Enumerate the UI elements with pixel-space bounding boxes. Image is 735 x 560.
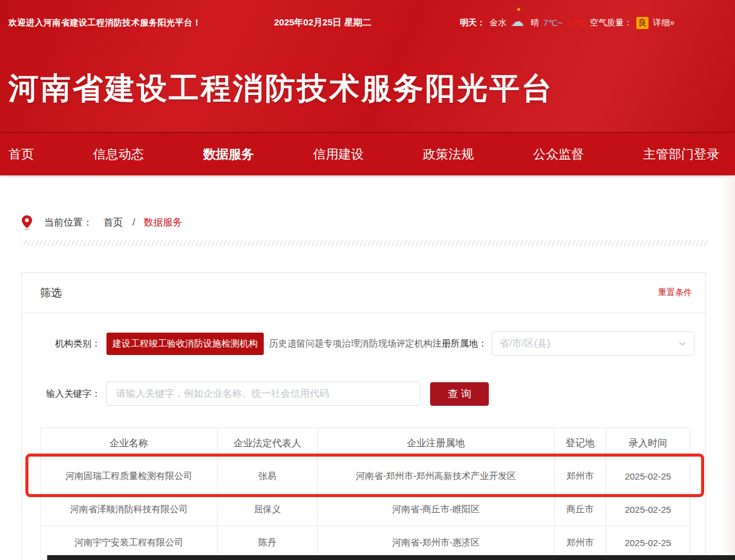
nav-item-6[interactable]: 主管部门登录 bbox=[643, 146, 719, 163]
chevron-down-icon bbox=[678, 339, 687, 348]
weather-condition: 晴 bbox=[531, 18, 539, 28]
category-label: 机构类别： bbox=[40, 338, 100, 350]
column-header-1: 企业法定代表人 bbox=[218, 428, 318, 460]
table-cell: 河南省泽顺消防科技有限公司 bbox=[41, 493, 218, 526]
site-title: 河南省建设工程消防技术服务阳光平台 bbox=[8, 68, 554, 109]
air-quality-label: 空气质量： bbox=[590, 18, 632, 28]
table-header-row: 企业名称企业法定代表人企业注册属地登记地录入时间 bbox=[41, 428, 690, 460]
category-option-unselected[interactable]: 历史遗留问题专项治理消防现场评定机构 bbox=[269, 338, 433, 350]
table-cell: 河南宇宁安装工程有限公司 bbox=[41, 526, 218, 559]
filter-title: 筛选 bbox=[40, 285, 62, 300]
column-header-0: 企业名称 bbox=[41, 428, 218, 460]
bottom-dark-bar bbox=[47, 555, 735, 560]
search-button[interactable]: 查 询 bbox=[430, 382, 489, 406]
sun-icon bbox=[517, 8, 520, 11]
breadcrumb-home-link[interactable]: 首页 bbox=[103, 217, 123, 229]
right-edge-strip bbox=[720, 175, 735, 560]
category-option-selected[interactable]: 建设工程竣工验收消防设施检测机构 bbox=[106, 333, 264, 355]
air-quality-badge: 良 bbox=[636, 17, 648, 29]
table-cell: 河南省-郑州市-惠济区 bbox=[318, 526, 555, 559]
table-cell: 河南固瑞工程质量检测有限公司 bbox=[41, 460, 218, 493]
weather-district: 金水 bbox=[489, 18, 506, 28]
keyword-input[interactable] bbox=[106, 382, 421, 406]
divider-slashes bbox=[22, 240, 708, 246]
table-cell: 2025-02-25 bbox=[606, 460, 690, 493]
table-body: 河南固瑞工程质量检测有限公司张易河南省-郑州市-郑州高新技术产业开发区郑州市20… bbox=[41, 460, 690, 559]
table-row[interactable]: 河南省泽顺消防科技有限公司屈保义河南省-商丘市-睢阳区商丘市2025-02-25 bbox=[41, 493, 690, 526]
site-header: 欢迎进入河南省建设工程消防技术服务阳光平台！ 2025年02月25日 星期二 明… bbox=[0, 0, 735, 175]
main-nav: 首页信息动态数据服务信用建设政策法规公众监督主管部门登录 bbox=[0, 132, 735, 175]
weather-tomorrow-label: 明天： bbox=[460, 18, 485, 28]
table-cell: 河南省-郑州市-郑州高新技术产业开发区 bbox=[318, 460, 555, 493]
keyword-label: 输入关键字： bbox=[40, 388, 100, 400]
region-select[interactable]: 省/市/区(县) bbox=[492, 331, 694, 356]
table-cell: 河南省-商丘市-睢阳区 bbox=[318, 493, 555, 526]
table-row[interactable]: 河南宇宁安装工程有限公司陈丹河南省-郑州市-惠济区郑州市2025-02-25 bbox=[41, 526, 690, 559]
category-filter-row: 机构类别： 建设工程竣工验收消防设施检测机构 历史遗留问题专项治理消防现场评定机… bbox=[40, 331, 689, 356]
nav-item-5[interactable]: 公众监督 bbox=[533, 146, 584, 163]
table-cell: 郑州市 bbox=[555, 460, 606, 493]
table-cell: 张易 bbox=[218, 460, 318, 493]
reset-filters-link[interactable]: 重置条件 bbox=[658, 287, 692, 298]
topbar: 欢迎进入河南省建设工程消防技术服务阳光平台！ 2025年02月25日 星期二 明… bbox=[0, 0, 735, 45]
filter-card-header: 筛选 重置条件 bbox=[22, 273, 705, 313]
nav-item-2[interactable]: 数据服务 bbox=[203, 146, 254, 163]
region-label: 注册所属地： bbox=[433, 338, 487, 350]
table-cell: 2025-02-25 bbox=[606, 493, 690, 526]
nav-item-0[interactable]: 首页 bbox=[8, 146, 34, 163]
table-row[interactable]: 河南固瑞工程质量检测有限公司张易河南省-郑州市-郑州高新技术产业开发区郑州市20… bbox=[41, 460, 690, 493]
column-header-3: 登记地 bbox=[555, 428, 606, 460]
table-cell: 郑州市 bbox=[555, 526, 606, 559]
column-header-4: 录入时间 bbox=[606, 428, 690, 460]
table-cell: 屈保义 bbox=[218, 493, 318, 526]
breadcrumb: 当前位置： 首页 / 数据服务 bbox=[22, 215, 735, 230]
weather-widget: 明天： 金水 ☁ 晴 7℃~ 17℃ 空气质量： 良 详细» bbox=[460, 16, 675, 30]
banner: 河南省建设工程消防技术服务阳光平台 bbox=[0, 45, 735, 132]
welcome-text: 欢迎进入河南省建设工程消防技术服务阳光平台！ bbox=[8, 18, 201, 28]
location-pin-icon bbox=[22, 215, 32, 230]
column-header-2: 企业注册属地 bbox=[318, 428, 555, 460]
breadcrumb-label: 当前位置： bbox=[44, 217, 93, 229]
weather-detail-link[interactable]: 详细» bbox=[653, 18, 675, 28]
table-cell: 2025-02-25 bbox=[606, 526, 690, 559]
table-cell: 陈丹 bbox=[218, 526, 318, 559]
breadcrumb-separator: / bbox=[132, 217, 135, 228]
keyword-filter-row: 输入关键字： 查 询 bbox=[40, 382, 689, 406]
filter-card: 筛选 重置条件 机构类别： 建设工程竣工验收消防设施检测机构 历史遗留问题专项治… bbox=[21, 272, 706, 560]
cloud-icon: ☁ bbox=[511, 16, 526, 30]
region-filter-group: 注册所属地： 省/市/区(县) bbox=[433, 331, 694, 356]
temp-high: 17℃ bbox=[567, 18, 586, 28]
nav-item-3[interactable]: 信用建设 bbox=[313, 146, 364, 163]
results-table: 企业名称企业法定代表人企业注册属地登记地录入时间 河南固瑞工程质量检测有限公司张… bbox=[40, 428, 690, 559]
date-text: 2025年02月25日 星期二 bbox=[274, 17, 371, 28]
nav-item-1[interactable]: 信息动态 bbox=[93, 146, 144, 163]
region-select-placeholder: 省/市/区(县) bbox=[500, 337, 678, 350]
nav-item-4[interactable]: 政策法规 bbox=[423, 146, 474, 163]
breadcrumb-current-link[interactable]: 数据服务 bbox=[143, 217, 182, 229]
table-cell: 商丘市 bbox=[555, 493, 606, 526]
temp-low: 7℃~ bbox=[543, 18, 563, 28]
